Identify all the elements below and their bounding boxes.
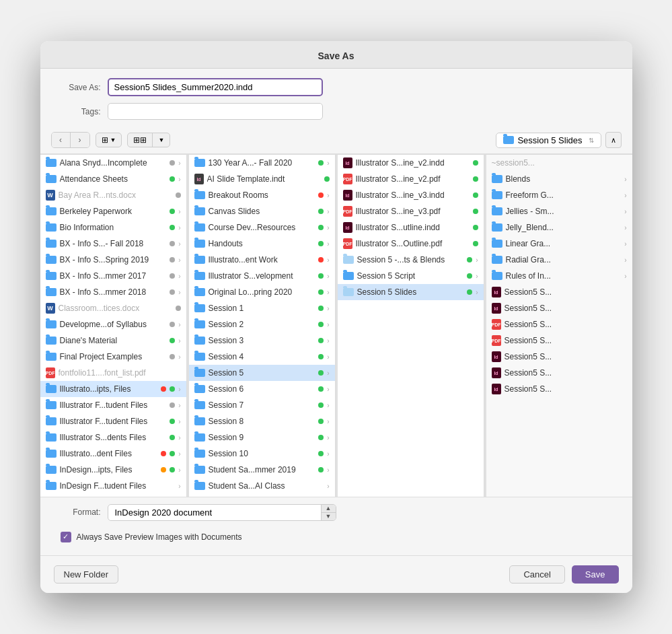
chevron-icon: › [327, 418, 329, 425]
list-item[interactable]: Session 9 › [189, 429, 335, 446]
grid-view-dropdown[interactable]: ▼ [153, 133, 170, 147]
list-item[interactable]: Illustrato...ipts, Files › [40, 381, 186, 397]
save-button[interactable]: Save [572, 565, 619, 584]
list-item[interactable]: Illustrator S...velopment › [189, 268, 335, 284]
format-stepper[interactable]: ▲ ▼ [321, 505, 336, 520]
list-item[interactable]: Student Sa...AI Class › [189, 478, 335, 494]
list-item[interactable]: W Classroom...tices.docx [40, 300, 186, 316]
list-item[interactable]: BX - Info S...- Fall 2018 › [40, 236, 186, 252]
list-item[interactable]: Course Dev...Resources › [189, 219, 335, 236]
chevron-icon: › [624, 240, 626, 248]
list-item[interactable]: BX - Info S...Spring 2019 › [40, 252, 186, 268]
list-item[interactable]: InDesign...ipts, Files › [40, 462, 186, 478]
list-item[interactable]: Handouts › [189, 236, 335, 252]
list-item[interactable]: Id AI Slide Template.indt [189, 171, 335, 187]
list-item[interactable]: Session 4 › [189, 349, 335, 365]
column-view-button[interactable]: ⊞ ▼ [96, 133, 122, 147]
preview-checkbox[interactable]: ✓ [61, 532, 71, 542]
list-item[interactable]: Freeform G... › [486, 187, 632, 203]
list-item[interactable]: Developme...of Syllabus › [40, 316, 186, 332]
list-item[interactable]: Session 6 › [189, 381, 335, 397]
list-item-session5-slides[interactable]: Session 5 Slides › [338, 284, 484, 300]
file-name: Bio Information [60, 223, 167, 232]
list-item[interactable]: Id Illustrator S...ine_v3.indd [338, 187, 484, 203]
list-item[interactable]: BX - Info S...mmer 2017 › [40, 268, 186, 284]
file-name: Session5 S... [505, 368, 627, 378]
stepper-up[interactable]: ▲ [322, 505, 336, 513]
file-name: InDesign F...tudent Files [60, 481, 176, 491]
list-item[interactable]: ~session5... [486, 155, 632, 171]
save-as-input[interactable] [108, 78, 323, 96]
list-item[interactable]: BX - Info S...mmer 2018 › [40, 284, 186, 300]
list-item[interactable]: Session 1 › [189, 300, 335, 316]
new-folder-button[interactable]: New Folder [54, 565, 118, 584]
chevron-icon: › [178, 160, 180, 167]
list-item[interactable]: PDF Session5 S... [486, 332, 632, 349]
list-item[interactable]: Illustrato...ent Work › [189, 252, 335, 268]
list-item[interactable]: PDF Illustrator S...ine_v2.pdf [338, 171, 484, 187]
forward-button[interactable]: › [71, 133, 89, 147]
list-item[interactable]: Radial Gra... › [486, 252, 632, 268]
list-item[interactable]: InDesign F...tudent Files › [40, 478, 186, 494]
list-item[interactable]: Session 10 › [189, 446, 335, 462]
list-item[interactable]: Rules of In... › [486, 268, 632, 284]
list-item[interactable]: Session 5 Script › [338, 268, 484, 284]
status-dot [318, 370, 324, 376]
list-item[interactable]: Id Session5 S... [486, 365, 632, 381]
file-name: Diane's Material [60, 336, 167, 345]
list-item[interactable]: Student Sa...mmer 2019 › [189, 462, 335, 478]
status-dot-green [170, 467, 175, 472]
list-item[interactable]: Alana Snyd...Incomplete › [40, 155, 186, 171]
list-item[interactable]: Original Lo...pring 2020 › [189, 284, 335, 300]
list-item[interactable]: Session 2 › [189, 316, 335, 332]
stepper-down[interactable]: ▼ [322, 513, 336, 520]
list-item[interactable]: Session 3 › [189, 332, 335, 349]
list-item[interactable]: Jelly_Blend... › [486, 219, 632, 236]
list-item[interactable]: Blends › [486, 171, 632, 187]
list-item[interactable]: Id Illustrator S...ine_v2.indd [338, 155, 484, 171]
format-select-wrapper[interactable]: InDesign 2020 document ▲ ▼ [108, 504, 336, 521]
list-item[interactable]: Session 7 › [189, 397, 335, 413]
list-item[interactable]: PDF fontfolio11....font_list.pdf [40, 365, 186, 381]
list-item[interactable]: Diane's Material › [40, 332, 186, 349]
list-item[interactable]: Attendance Sheets › [40, 171, 186, 187]
list-item[interactable]: Id Illustrator S...utline.indd [338, 219, 484, 236]
list-item[interactable]: Session 8 › [189, 413, 335, 429]
list-item[interactable]: PDF Session5 S... [486, 316, 632, 332]
location-select[interactable]: Session 5 Slides ⇅ [496, 133, 601, 148]
list-item-session5[interactable]: Session 5 › [189, 365, 335, 381]
list-item[interactable]: Jellies - Sm... › [486, 203, 632, 219]
list-item[interactable]: Canvas Slides › [189, 203, 335, 219]
list-item[interactable]: Id Session5 S... [486, 300, 632, 316]
chevron-icon: › [178, 224, 180, 232]
tags-input[interactable] [108, 103, 323, 120]
list-item[interactable]: Illustrator F...tudent Files › [40, 413, 186, 429]
list-item[interactable]: Breakout Rooms › [189, 187, 335, 203]
file-name: Session 9 [209, 433, 315, 442]
list-item[interactable]: Illustrato...dent Files › [40, 446, 186, 462]
chevron-icon: › [327, 256, 329, 264]
chevron-icon: › [178, 402, 180, 409]
indd-icon: Id [343, 157, 352, 168]
folder-icon [46, 175, 57, 183]
file-name: Developme...of Syllabus [60, 320, 167, 329]
list-item[interactable]: Illustrator S...dents Files › [40, 429, 186, 446]
back-button[interactable]: ‹ [52, 133, 71, 147]
list-item[interactable]: Bio Information › [40, 219, 186, 236]
list-item[interactable]: Id Session5 S... [486, 349, 632, 365]
expand-button[interactable]: ∧ [605, 132, 622, 148]
list-item[interactable]: Session 5 -...ts & Blends › [338, 252, 484, 268]
list-item[interactable]: Final Project Examples › [40, 349, 186, 365]
list-item[interactable]: Berkeley Paperwork › [40, 203, 186, 219]
list-item[interactable]: W Bay Area R...nts.docx [40, 187, 186, 203]
list-item[interactable]: 130 Year A...- Fall 2020 › [189, 155, 335, 171]
column-2: 130 Year A...- Fall 2020 › Id AI Slide T… [189, 155, 336, 497]
list-item[interactable]: Linear Gra... › [486, 236, 632, 252]
grid-view-button[interactable]: ⊞⊞ [128, 133, 153, 147]
cancel-button[interactable]: Cancel [509, 565, 564, 584]
list-item[interactable]: PDF Illustrator S...Outline.pdf [338, 236, 484, 252]
list-item[interactable]: Illustrator F...tudent Files › [40, 397, 186, 413]
list-item[interactable]: Id Session5 S... [486, 381, 632, 397]
list-item[interactable]: Id Session5 S... [486, 284, 632, 300]
list-item[interactable]: PDF Illustrator S...ine_v3.pdf [338, 203, 484, 219]
